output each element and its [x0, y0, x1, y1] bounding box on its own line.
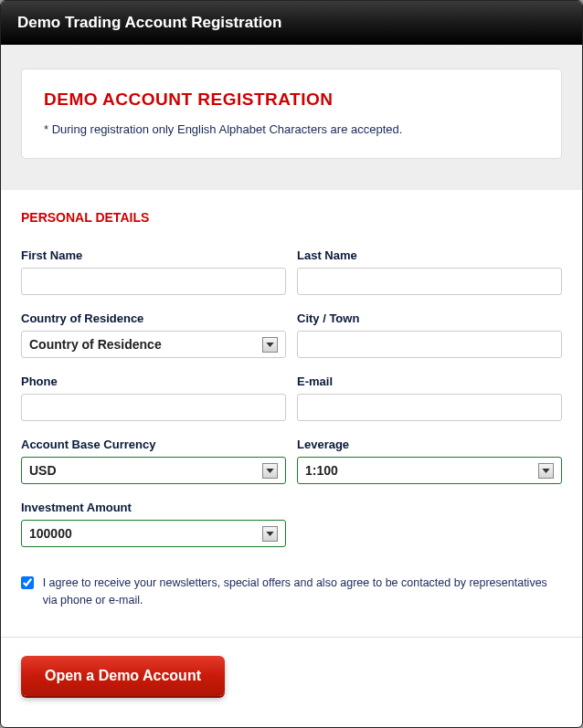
currency-select[interactable]: USD [21, 457, 286, 484]
chevron-down-icon [262, 526, 278, 542]
phone-label: Phone [21, 375, 286, 388]
button-row: Open a Demo Account [1, 638, 582, 714]
svg-marker-1 [266, 469, 273, 473]
first-name-label: First Name [21, 248, 286, 262]
info-box: DEMO ACCOUNT REGISTRATION * During regis… [21, 69, 562, 159]
country-label: Country of Residence [21, 311, 286, 325]
first-name-input[interactable] [21, 268, 286, 295]
form-section: PERSONAL DETAILS First Name Last Name Co… [1, 190, 582, 637]
consent-checkbox[interactable] [21, 575, 34, 590]
last-name-label: Last Name [297, 248, 562, 262]
chevron-down-icon [262, 337, 278, 353]
leverage-select[interactable]: 1:100 [297, 457, 562, 484]
email-label: E-mail [297, 375, 562, 388]
chevron-down-icon [262, 463, 278, 479]
investment-label: Investment Amount [21, 501, 286, 514]
registration-modal: Demo Trading Account Registration DEMO A… [0, 0, 583, 728]
svg-marker-3 [266, 532, 273, 536]
svg-marker-2 [542, 469, 549, 473]
investment-select[interactable]: 100000 [21, 520, 286, 547]
country-selected: Country of Residence [29, 337, 162, 352]
currency-label: Account Base Currency [21, 438, 286, 451]
city-label: City / Town [297, 311, 562, 325]
investment-selected: 100000 [29, 526, 72, 541]
svg-marker-0 [266, 343, 273, 347]
section-title: PERSONAL DETAILS [21, 210, 562, 225]
leverage-label: Leverage [297, 438, 562, 451]
consent-row: I agree to receive your newsletters, spe… [21, 575, 562, 609]
phone-input[interactable] [21, 394, 286, 421]
country-select[interactable]: Country of Residence [21, 331, 286, 358]
email-input[interactable] [297, 394, 562, 421]
open-demo-account-button[interactable]: Open a Demo Account [21, 656, 225, 696]
consent-text: I agree to receive your newsletters, spe… [43, 575, 562, 609]
currency-selected: USD [29, 463, 57, 478]
info-section: DEMO ACCOUNT REGISTRATION * During regis… [1, 45, 582, 190]
leverage-selected: 1:100 [305, 463, 338, 478]
last-name-input[interactable] [297, 268, 562, 295]
city-input[interactable] [297, 331, 562, 358]
info-heading: DEMO ACCOUNT REGISTRATION [44, 90, 539, 110]
chevron-down-icon [538, 463, 554, 479]
info-note: * During registration only English Alpha… [44, 122, 539, 136]
modal-title: Demo Trading Account Registration [1, 1, 582, 45]
